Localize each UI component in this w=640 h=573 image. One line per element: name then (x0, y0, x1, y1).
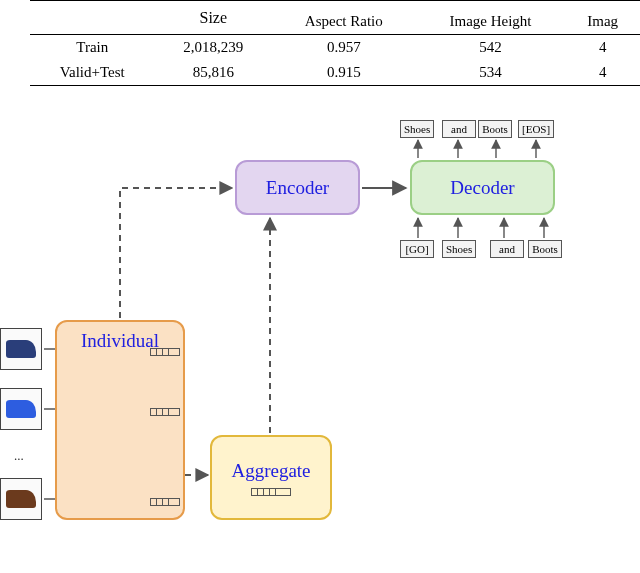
decoder-label: Decoder (450, 177, 514, 199)
col-widthcut: Imag (565, 9, 640, 35)
col-size: Size (155, 1, 272, 35)
decoder-output-token: Boots (478, 120, 512, 138)
decoder-output-token: Shoes (400, 120, 434, 138)
encoder-block: Encoder (235, 160, 360, 215)
stats-table: Size Aspect Ratio Image Height Imag Trai… (30, 0, 640, 86)
encoder-label: Encoder (266, 177, 329, 199)
decoder-block: Decoder (410, 160, 555, 215)
decoder-output-token: and (442, 120, 476, 138)
col-height: Image Height (416, 9, 566, 35)
product-thumb (0, 478, 42, 520)
feature-vector (150, 348, 180, 356)
individual-label: Individual (81, 330, 159, 352)
table-row: Train 2,018,239 0.957 542 4 (30, 35, 640, 61)
decoder-output-token: [EOS] (518, 120, 554, 138)
col-aspect: Aspect Ratio (272, 9, 416, 35)
decoder-input-token: and (490, 240, 524, 258)
architecture-diagram: ... Individual Aggregate Encoder Decoder… (0, 120, 640, 570)
feature-vector (150, 408, 180, 416)
aggregate-label: Aggregate (231, 460, 310, 482)
product-thumb (0, 388, 42, 430)
feature-vector (251, 488, 291, 496)
decoder-input-token: Shoes (442, 240, 476, 258)
feature-vector (150, 498, 180, 506)
aggregate-block: Aggregate (210, 435, 332, 520)
decoder-input-token: [GO] (400, 240, 434, 258)
ellipsis: ... (14, 448, 24, 464)
product-thumb (0, 328, 42, 370)
decoder-input-token: Boots (528, 240, 562, 258)
table-row: Valid+Test 85,816 0.915 534 4 (30, 60, 640, 86)
